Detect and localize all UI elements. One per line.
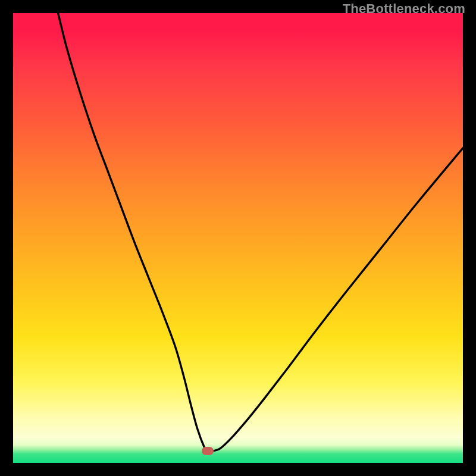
curve-svg	[13, 13, 463, 463]
chart-stage: TheBottleneck.com	[0, 0, 476, 476]
optimum-marker	[202, 447, 214, 455]
bottleneck-curve	[58, 13, 463, 452]
plot-area	[13, 13, 463, 463]
watermark-text: TheBottleneck.com	[343, 1, 465, 17]
